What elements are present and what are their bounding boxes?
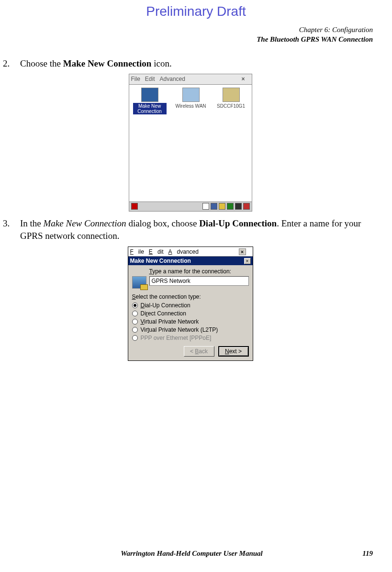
- menubar: File Edit Advanced ×: [128, 247, 253, 257]
- close-icon[interactable]: ×: [241, 76, 245, 82]
- icon-sdccf10g1[interactable]: SDCCF10G1: [214, 88, 248, 109]
- close-icon[interactable]: ×: [239, 248, 246, 255]
- icon-label: Make New Connection: [133, 103, 167, 114]
- icon-make-new-connection[interactable]: Make New Connection: [133, 88, 167, 114]
- tray-icon[interactable]: [243, 203, 250, 210]
- menu-file[interactable]: File: [131, 76, 140, 82]
- dialog-titlebar: Make New Connection ×: [128, 257, 253, 265]
- menubar: File Edit Advanced ×: [129, 74, 252, 85]
- dialog-close-icon[interactable]: ×: [244, 258, 251, 264]
- screenshot-1-wrap: File Edit Advanced × Make New Connection…: [3, 74, 378, 212]
- start-icon[interactable]: [131, 203, 138, 210]
- radio-icon: [132, 319, 138, 325]
- connection-icon: [141, 88, 158, 102]
- icon-label: SDCCF10G1: [216, 103, 246, 109]
- draft-watermark: Preliminary Draft: [0, 4, 392, 19]
- menu-edit[interactable]: Edit: [145, 76, 155, 82]
- radio-label: PPP over Ethernet [PPPoE]: [141, 335, 212, 341]
- footer-title: Warrington Hand-Held Computer User Manua…: [121, 550, 262, 558]
- name-prompt: Type a name for the connection:: [149, 268, 249, 275]
- screenshot-1: File Edit Advanced × Make New Connection…: [129, 74, 252, 212]
- tray-icon[interactable]: [227, 203, 234, 210]
- dialog-title: Make New Connection: [130, 258, 191, 264]
- text-run: In the: [20, 218, 44, 228]
- type-prompt: Select the connection type:: [132, 293, 249, 300]
- button-row: < Back Next >: [132, 346, 249, 357]
- text-run: icon.: [151, 58, 171, 68]
- radio-icon: [132, 335, 138, 341]
- next-button[interactable]: Next >: [218, 346, 249, 357]
- text-run-italic: Make New Connection: [44, 218, 126, 228]
- chapter-subtitle: The Bluetooth GPRS WAN Connection: [257, 34, 373, 44]
- radio-icon: [132, 311, 138, 316]
- radio-icon: [132, 327, 138, 333]
- radio-label: Virtual Private Network (L2TP): [141, 326, 218, 333]
- step-3: 3. In the Make New Connection dialog box…: [3, 217, 378, 242]
- text-run-bold: Dial-Up Connection: [199, 218, 277, 228]
- taskbar: [129, 202, 252, 211]
- radio-direct[interactable]: Direct Connection: [132, 310, 249, 317]
- radio-vpn[interactable]: Virtual Private Network: [132, 318, 249, 325]
- menu-advanced[interactable]: Advanced: [168, 248, 199, 255]
- menu-advanced[interactable]: Advanced: [160, 76, 185, 82]
- card-icon: [223, 88, 240, 102]
- radio-dial-up[interactable]: Dial-Up Connection: [132, 302, 249, 309]
- icon-label: Wireless WAN: [174, 103, 207, 109]
- chapter-header: Chapter 6: Configuration The Bluetooth G…: [257, 25, 373, 45]
- step-number: 2.: [3, 57, 13, 70]
- desktop-area: Make New Connection Wireless WAN SDCCF10…: [129, 85, 252, 202]
- connection-icon: [132, 276, 146, 289]
- name-row: [132, 276, 249, 289]
- text-run: Choose the: [20, 58, 63, 68]
- screenshot-2: File Edit Advanced × Make New Connection…: [128, 247, 253, 361]
- dialog-body: Type a name for the connection: Select t…: [128, 265, 253, 360]
- step-text: Choose the Make New Connection icon.: [20, 57, 378, 70]
- step-2: 2. Choose the Make New Connection icon.: [3, 57, 378, 70]
- text-run: dialog box, choose: [126, 218, 200, 228]
- screenshot-2-wrap: File Edit Advanced × Make New Connection…: [3, 247, 378, 361]
- menu-edit[interactable]: Edit: [149, 248, 164, 255]
- chapter-title: Chapter 6: Configuration: [257, 25, 373, 34]
- page-footer: . Warrington Hand-Held Computer User Man…: [19, 550, 373, 558]
- page-number: 119: [362, 550, 373, 558]
- text-run-bold: Make New Connection: [63, 58, 152, 68]
- page-content: 2. Choose the Make New Connection icon. …: [3, 57, 378, 361]
- wireless-icon: [182, 88, 200, 102]
- tray-icon[interactable]: [219, 203, 225, 210]
- step-number: 3.: [3, 217, 13, 242]
- connection-name-input[interactable]: [149, 276, 249, 286]
- radio-label: Dial-Up Connection: [141, 302, 190, 309]
- step-text: In the Make New Connection dialog box, c…: [20, 217, 378, 242]
- icon-wireless-wan[interactable]: Wireless WAN: [174, 88, 208, 109]
- radio-label: Virtual Private Network: [141, 318, 199, 325]
- radio-pppoe: PPP over Ethernet [PPPoE]: [132, 335, 249, 341]
- back-button: < Back: [184, 346, 214, 357]
- tray-icon[interactable]: [235, 203, 242, 210]
- radio-vpn-l2tp[interactable]: Virtual Private Network (L2TP): [132, 326, 249, 333]
- radio-icon: [132, 303, 138, 308]
- tray-icon[interactable]: [202, 203, 209, 210]
- menu-file[interactable]: File: [130, 248, 144, 255]
- radio-label: Direct Connection: [141, 310, 186, 317]
- tray-icon[interactable]: [211, 203, 217, 210]
